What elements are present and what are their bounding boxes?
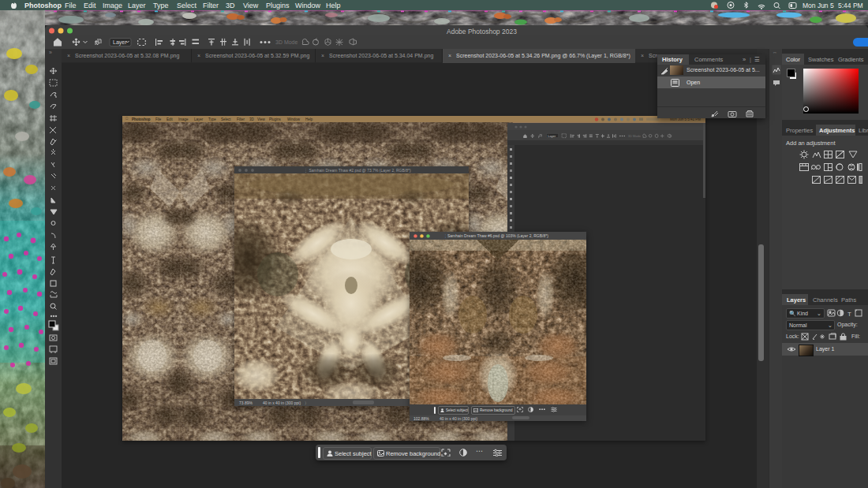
svg-text:Layer: Layer: [113, 39, 127, 46]
svg-text:3D Mode: 3D Mode: [275, 39, 298, 45]
svg-text:Layer: Layer: [548, 133, 556, 137]
svg-text:3D Mode: 3D Mode: [628, 133, 642, 137]
svg-text:T: T: [847, 311, 851, 318]
